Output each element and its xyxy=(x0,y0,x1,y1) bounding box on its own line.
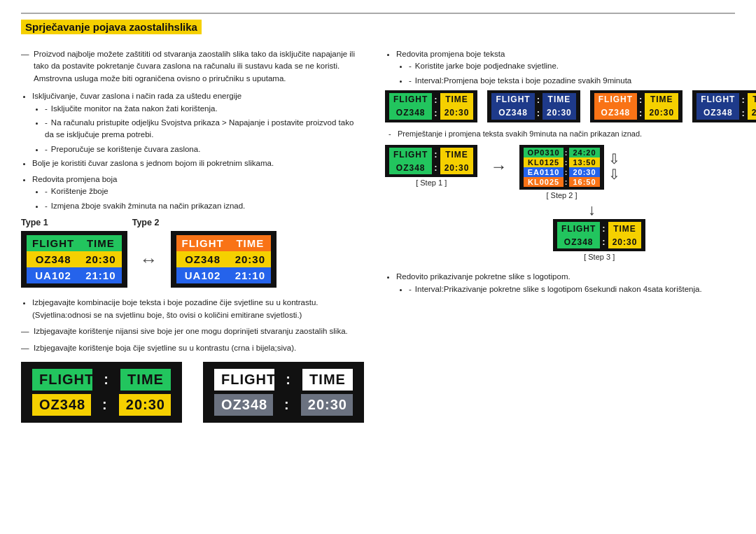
s1-11: : xyxy=(432,161,440,174)
s3-12: 20:30 xyxy=(608,235,642,248)
sba-02: TIME xyxy=(440,93,474,106)
bullet-item-3: Redovita promjena boja Korištenje žboje … xyxy=(32,174,364,212)
sub-item-2: Na računalu pristupite odjeljku Svojstva… xyxy=(45,117,364,141)
sbc-00: FLIGHT xyxy=(594,93,637,106)
sba-11: : xyxy=(432,106,440,120)
type-labels: Type 1 Type 2 xyxy=(21,218,364,227)
sub-list-2: Korištenje žboje Izmjena žboje svakih žm… xyxy=(45,185,364,212)
right-sub-2: Interval:Promjena boje teksta i boje poz… xyxy=(409,75,756,87)
bullet-text-3: Redovita promjena boja xyxy=(32,175,117,183)
sbd-01: : xyxy=(739,93,747,106)
steps-section: FLIGHT:TIME OZ348:20:30 [ Step 1 ] → xyxy=(385,145,756,261)
sbd-11: : xyxy=(739,106,747,120)
sub-list-1: Isključite monitor na žata nakon žati ko… xyxy=(45,103,364,155)
lboard1-cell-11: 20:30 xyxy=(119,394,171,416)
top-rule xyxy=(21,13,735,14)
s1-12: 20:30 xyxy=(440,161,474,174)
sbb-10: OZ348 xyxy=(491,106,534,120)
s3-11: : xyxy=(600,235,608,248)
s2-00: OP0310 xyxy=(524,148,563,157)
avoid-item-1: Izbjegavajte kombinacije boje teksta i b… xyxy=(32,297,364,322)
step3-col xyxy=(399,201,539,261)
step1-label: [ Step 1 ] xyxy=(416,178,447,187)
step2-table: OP0310:24:20 KL0125:13:50 EA0110:20:30 K… xyxy=(524,148,599,187)
s3-00: FLIGHT xyxy=(557,222,600,235)
bottom-boards: FLIGHT : TIME OZ348 : 20:30 FLIGHT : xyxy=(21,362,364,423)
large-board-1: FLIGHT : TIME OZ348 : 20:30 xyxy=(21,362,182,423)
bullet-list-2: Redovita promjena boja Korištenje žboje … xyxy=(32,174,364,212)
board1-cell-11: 20:30 xyxy=(80,251,121,267)
sba-10: OZ348 xyxy=(389,106,432,120)
board1-cell-20: UA102 xyxy=(27,267,80,283)
right-sub-1: Koristite jarke boje podjednake svjetlin… xyxy=(409,60,756,72)
board1-row-2: UA102 21:10 xyxy=(27,267,122,283)
right-column: Redovita promjena boje teksta Koristite … xyxy=(385,48,756,423)
board2-cell-01: TIME xyxy=(230,235,271,251)
board2-row-0: FLIGHT TIME xyxy=(176,235,272,251)
step2-container: OP0310:24:20 KL0125:13:50 EA0110:20:30 K… xyxy=(519,145,603,199)
logo-sub-list: Interval:Prikazivanje pokretne slike s l… xyxy=(409,283,756,295)
board2-cell-20: UA102 xyxy=(176,267,230,283)
sample-board-b: FLIGHT:TIME OZ348:20:30 xyxy=(487,90,580,122)
type-label-1: Type 1 xyxy=(21,218,48,227)
sbb-01: : xyxy=(535,93,542,106)
sample-board-d: FLIGHT:TIME OZ348:20:30 xyxy=(692,90,756,122)
s3-02: TIME xyxy=(608,222,642,235)
sbd-00: FLIGHT xyxy=(696,93,739,106)
board1-cell-01: TIME xyxy=(80,235,121,251)
s3-01: : xyxy=(600,222,608,235)
right-bullet-title: Redovita promjena boje teksta Koristite … xyxy=(396,48,756,87)
sbd-02: TIME xyxy=(748,93,756,106)
s3-10: OZ348 xyxy=(557,235,600,248)
sample-board-b-table: FLIGHT:TIME OZ348:20:30 xyxy=(491,93,575,120)
s2-22: 20:30 xyxy=(569,167,599,177)
sample-board-c-table: FLIGHT:TIME OZ348:20:30 xyxy=(594,93,678,120)
s2-01: : xyxy=(564,148,570,157)
board1-row-1: OZ348 20:30 xyxy=(27,251,122,267)
sba-00: FLIGHT xyxy=(389,93,432,106)
step3-board: FLIGHT:TIME OZ348:20:30 xyxy=(553,219,645,251)
avoid-list: Izbjegavajte kombinacije boje teksta i b… xyxy=(32,297,364,322)
board2-cell-21: 21:10 xyxy=(230,267,271,283)
bullet-list-1: Isključivanje, čuvar zaslona i način rad… xyxy=(32,90,364,170)
step1-container: FLIGHT:TIME OZ348:20:30 [ Step 1 ] xyxy=(385,145,477,187)
lboard1-cell-10: OZ348 xyxy=(32,394,91,416)
step2-to-step3-arrow: ↓ xyxy=(588,201,596,219)
bullet-item-1: Isključivanje, čuvar zaslona i način rad… xyxy=(32,90,364,155)
large-board1-row1: OZ348 : 20:30 xyxy=(32,394,171,416)
sub-item-3: Preporučuje se korištenje čuvara zaslona… xyxy=(45,143,364,155)
logo-bullet-title-text: Redovito prikazivanje pokretne slike s l… xyxy=(396,272,570,281)
step2-area: OP0310:24:20 KL0125:13:50 EA0110:20:30 K… xyxy=(519,145,620,199)
bullet-item-2: Bolje je koristiti čuvar zaslona s jedno… xyxy=(32,157,364,170)
board2-row-1: OZ348 20:30 xyxy=(176,251,272,267)
sbc-01: : xyxy=(637,93,645,106)
large-board2-row0: FLIGHT : TIME xyxy=(214,369,353,391)
step1-board: FLIGHT:TIME OZ348:20:30 xyxy=(385,145,477,177)
sbb-12: 20:30 xyxy=(542,106,576,120)
s2-21: : xyxy=(564,167,570,177)
s1-10: OZ348 xyxy=(389,161,432,174)
lboard2-cell-01: TIME xyxy=(302,369,353,391)
dash-note-2: Premještanje i promjena teksta svakih 9m… xyxy=(385,128,756,140)
s2-20: EA0110 xyxy=(524,167,563,177)
large-board2-row1: OZ348 : 20:30 xyxy=(214,394,353,416)
sbb-00: FLIGHT xyxy=(491,93,534,106)
sbc-11: : xyxy=(637,106,645,120)
page: Sprječavanje pojava zaostalihslika Proiz… xyxy=(0,0,756,534)
sbc-12: 20:30 xyxy=(645,106,678,120)
avoid-text-3: Izbjegavajte korištenje boja čije svjetl… xyxy=(21,342,364,355)
sbb-11: : xyxy=(535,106,542,120)
bullet-text-1: Isključivanje, čuvar zaslona i način rad… xyxy=(32,92,241,100)
s2-31: : xyxy=(564,177,570,187)
step2-to-step3-area: ↓ FLIGHT:TIME OZ348:20:30 [ Step 3 ] xyxy=(399,201,756,261)
board1-cell-21: 21:10 xyxy=(80,267,121,283)
large-board-2: FLIGHT : TIME OZ348 : 20:30 xyxy=(203,362,364,423)
board-type1: FLIGHT TIME OZ348 20:30 UA102 21:10 xyxy=(21,231,127,290)
board-type2: FLIGHT TIME OZ348 20:30 UA102 21:10 xyxy=(171,231,277,290)
s1-02: TIME xyxy=(440,148,474,161)
step3-container-outer: ↓ FLIGHT:TIME OZ348:20:30 [ Step 3 ] xyxy=(553,201,645,261)
board1-cell-10: OZ348 xyxy=(27,251,80,267)
down-arrow-2: ⇩ xyxy=(608,167,620,182)
board2-cell-11: 20:30 xyxy=(230,251,271,267)
sbb-02: TIME xyxy=(542,93,576,106)
